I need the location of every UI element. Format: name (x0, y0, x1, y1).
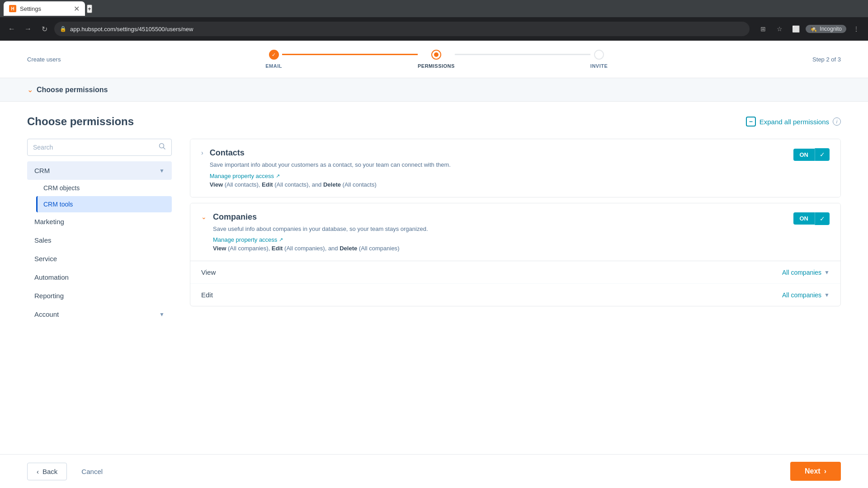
step-connector-1 (282, 54, 418, 55)
companies-view-dropdown-arrow: ▼ (824, 269, 830, 276)
expand-all-button[interactable]: − Expand all permissions i (746, 117, 841, 127)
sidebar-item-crm-objects[interactable]: CRM objects (36, 180, 172, 196)
companies-delete-label: Delete (340, 245, 357, 252)
permissions-header: Choose permissions − Expand all permissi… (27, 115, 841, 128)
forward-nav-button[interactable]: → (22, 23, 34, 35)
favicon: H (9, 5, 16, 12)
contacts-view-scope: All contacts (226, 181, 256, 188)
contacts-title: Contacts (210, 148, 786, 158)
expand-minus-icon: − (746, 117, 756, 127)
companies-title: Companies (213, 212, 786, 222)
bottom-bar: ‹ Back Cancel Next › (0, 454, 868, 488)
sales-label: Sales (34, 236, 52, 244)
external-link-icon: ↗ (276, 173, 280, 179)
companies-view-label: View (213, 245, 226, 252)
companies-edit-label: Edit (272, 245, 283, 252)
sidebar-item-crm-tools[interactable]: CRM tools (36, 196, 172, 212)
crm-chevron-icon: ▼ (159, 168, 165, 174)
menu-button[interactable]: ⋮ (850, 23, 863, 35)
permissions-title: Choose permissions (27, 115, 134, 128)
address-bar[interactable]: 🔒 app.hubspot.com/settings/45105500/user… (54, 22, 750, 36)
back-button[interactable]: ‹ Back (27, 463, 67, 480)
next-button[interactable]: Next › (790, 462, 841, 481)
companies-summary: View (All companies), Edit (All companie… (213, 245, 786, 252)
tab-close-button[interactable]: ✕ (74, 5, 80, 13)
companies-edit-row: Edit All companies ▼ (190, 284, 840, 306)
profile-button[interactable]: ⬜ (789, 23, 802, 35)
back-arrow-icon: ‹ (37, 468, 39, 475)
active-tab[interactable]: H Settings ✕ (4, 1, 85, 16)
breadcrumb-bar: ⌄ Choose permissions (0, 78, 868, 102)
search-button[interactable] (159, 143, 166, 152)
step-email-label: EMAIL (265, 63, 282, 69)
step-email-circle: ✓ (269, 50, 279, 60)
companies-description: Save useful info about companies in your… (213, 225, 786, 234)
refresh-button[interactable]: ↻ (38, 23, 51, 35)
incognito-badge[interactable]: 🕵 Incognito (806, 25, 846, 33)
contacts-view-label: View (210, 181, 223, 188)
companies-edit-select[interactable]: All companies ▼ (782, 291, 830, 299)
lock-icon: 🔒 (60, 26, 66, 32)
info-icon[interactable]: i (833, 117, 841, 126)
companies-edit-dropdown-arrow: ▼ (824, 292, 830, 298)
companies-toggle[interactable]: ON ✓ (793, 212, 830, 225)
contacts-description: Save important info about your customers… (210, 160, 786, 169)
step-invite: INVITE (590, 50, 608, 69)
companies-manage-access-link[interactable]: Manage property access ↗ (213, 236, 283, 243)
contacts-summary: View (All contacts), Edit (All contacts)… (210, 181, 786, 188)
contacts-toggle-on-button[interactable]: ON (793, 149, 815, 161)
companies-delete-scope: All companies (361, 245, 397, 252)
sidebar: CRM ▼ CRM objects CRM tools Marketing (27, 139, 172, 324)
marketing-label: Marketing (34, 218, 64, 225)
browser-actions: ⊞ ☆ ⬜ 🕵 Incognito ⋮ (757, 23, 863, 35)
sidebar-item-service[interactable]: Service (27, 249, 172, 268)
contacts-info: Contacts Save important info about your … (210, 148, 786, 188)
new-tab-button[interactable]: + (87, 5, 92, 13)
external-link-icon-companies: ↗ (279, 237, 283, 243)
sidebar-item-reporting[interactable]: Reporting (27, 286, 172, 305)
contacts-section-header[interactable]: › Contacts Save important info about you… (190, 139, 840, 197)
search-input[interactable] (33, 144, 159, 151)
companies-view-row: View All companies ▼ (190, 261, 840, 284)
companies-edit-scope: All companies (286, 245, 323, 252)
companies-view-value: All companies (782, 269, 821, 276)
permissions-layout: CRM ▼ CRM objects CRM tools Marketing (27, 139, 841, 324)
companies-section: ⌄ Companies Save useful info about compa… (190, 203, 841, 307)
contacts-edit-scope: All contacts (277, 181, 307, 188)
contacts-toggle[interactable]: ON ✓ (793, 148, 830, 161)
tab-title: Settings (20, 5, 41, 12)
sidebar-item-crm[interactable]: CRM ▼ (27, 161, 172, 180)
companies-view-select[interactable]: All companies ▼ (782, 269, 830, 276)
contacts-chevron-icon: › (201, 149, 203, 156)
breadcrumb-chevron-icon[interactable]: ⌄ (27, 85, 33, 94)
account-chevron-icon: ▼ (159, 311, 165, 318)
companies-view-row-label: View (201, 268, 216, 276)
browser-chrome: H Settings ✕ + ← → ↻ 🔒 app.hubspot.com/s… (0, 0, 868, 41)
wizard-header: Create users ✓ EMAIL PERMISSIONS INVITE … (0, 41, 868, 78)
search-box[interactable] (27, 139, 172, 156)
companies-view-scope: All companies (230, 245, 266, 252)
contacts-manage-access-link[interactable]: Manage property access ↗ (210, 173, 280, 179)
main-content: Choose permissions − Expand all permissi… (0, 102, 868, 454)
svg-line-1 (164, 148, 165, 150)
sidebar-item-marketing[interactable]: Marketing (27, 212, 172, 231)
step-permissions: PERMISSIONS (418, 50, 455, 69)
browser-tabs: H Settings ✕ + (0, 0, 868, 17)
sidebar-item-sales[interactable]: Sales (27, 231, 172, 249)
sidebar-item-account[interactable]: Account ▼ (27, 305, 172, 324)
companies-section-header[interactable]: ⌄ Companies Save useful info about compa… (190, 203, 840, 262)
back-nav-button[interactable]: ← (5, 23, 18, 35)
extensions-button[interactable]: ⊞ (757, 23, 769, 35)
companies-chevron-icon: ⌄ (201, 213, 207, 221)
companies-edit-value: All companies (782, 291, 821, 299)
incognito-label: Incognito (820, 26, 842, 32)
companies-toggle-on-button[interactable]: ON (793, 212, 815, 225)
bookmark-button[interactable]: ☆ (773, 23, 786, 35)
contacts-delete-scope: All contacts (344, 181, 374, 188)
next-arrow-icon: › (824, 467, 826, 475)
companies-toggle-check-button[interactable]: ✓ (815, 212, 830, 225)
contacts-toggle-check-button[interactable]: ✓ (815, 148, 830, 161)
sidebar-item-automation[interactable]: Automation (27, 268, 172, 286)
contacts-delete-label: Delete (323, 181, 341, 188)
cancel-button[interactable]: Cancel (74, 463, 110, 480)
